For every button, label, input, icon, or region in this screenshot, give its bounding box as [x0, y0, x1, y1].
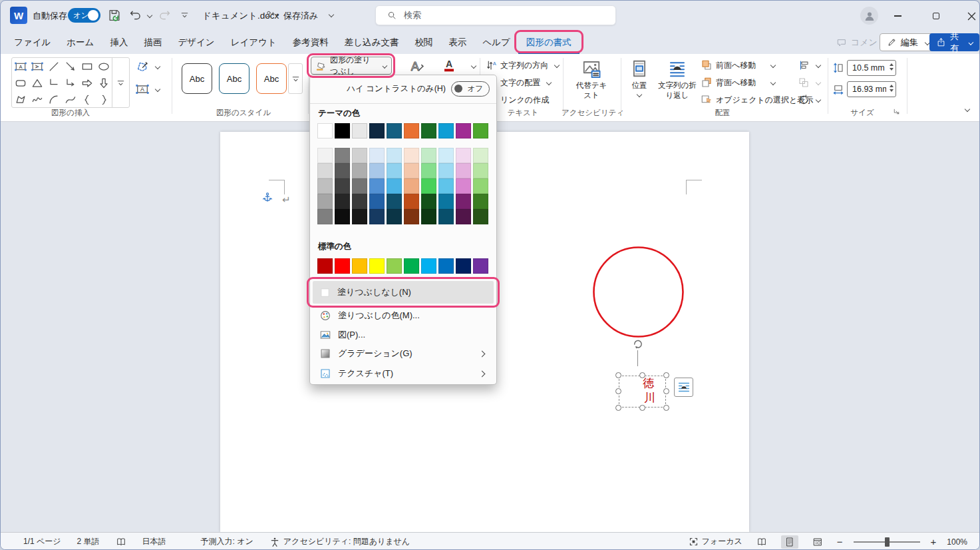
undo-chevron-icon[interactable]	[147, 13, 152, 18]
shape-style-preset-1[interactable]: Abc	[182, 63, 212, 94]
red-circle-shape[interactable]	[591, 245, 685, 339]
elbow-arrow-connector-icon[interactable]	[63, 75, 79, 91]
color-swatch[interactable]	[473, 209, 488, 224]
color-swatch[interactable]	[317, 163, 333, 178]
maximize-button[interactable]	[926, 9, 946, 23]
color-swatch[interactable]	[438, 178, 454, 194]
color-swatch[interactable]	[473, 163, 488, 178]
selection-pane-button[interactable]: オブジェクトの選択と表示	[701, 94, 813, 106]
freeform-icon[interactable]	[13, 92, 29, 108]
color-swatch[interactable]	[335, 123, 350, 138]
color-swatch[interactable]	[421, 258, 436, 274]
textbox-horizontal-icon[interactable]: A	[13, 59, 29, 75]
color-swatch[interactable]	[317, 123, 333, 138]
saved-status[interactable]: 保存済み	[283, 10, 318, 22]
draw-textbox-button[interactable]: A	[135, 82, 160, 97]
textbox-vertical-icon[interactable]: A	[29, 59, 45, 75]
color-swatch[interactable]	[421, 209, 436, 224]
scribble-icon[interactable]	[29, 92, 45, 108]
save-icon[interactable]	[107, 8, 122, 23]
color-swatch[interactable]	[473, 258, 488, 274]
tab-ファイル[interactable]: ファイル	[6, 31, 59, 54]
activity-people-icon[interactable]	[264, 9, 275, 20]
accessibility-status[interactable]: アクセシビリティ: 問題ありません	[269, 536, 410, 547]
height-spinner[interactable]	[890, 63, 894, 71]
color-swatch[interactable]	[404, 258, 419, 274]
color-swatch[interactable]	[369, 148, 385, 163]
color-swatch[interactable]	[335, 258, 350, 274]
color-swatch[interactable]	[352, 123, 367, 138]
print-layout-button[interactable]	[781, 535, 798, 549]
arrow-line-icon[interactable]	[63, 59, 79, 75]
zoom-out-button[interactable]: −	[837, 536, 843, 547]
color-swatch[interactable]	[369, 258, 385, 274]
color-swatch[interactable]	[387, 123, 402, 138]
color-swatch[interactable]	[317, 209, 333, 224]
elbow-connector-icon[interactable]	[46, 75, 62, 91]
focus-mode-button[interactable]: フォーカス	[689, 536, 742, 547]
tab-挿入[interactable]: 挿入	[102, 31, 136, 54]
bring-forward-button[interactable]: 前面へ移動	[701, 59, 775, 71]
color-swatch[interactable]	[473, 148, 488, 163]
color-swatch[interactable]	[404, 148, 419, 163]
color-swatch[interactable]	[438, 209, 454, 224]
textbox-selection[interactable]: 徳 川	[619, 376, 666, 408]
resize-handle-s[interactable]	[639, 405, 645, 411]
color-swatch[interactable]	[352, 258, 367, 274]
layout-options-button[interactable]	[674, 378, 693, 397]
color-swatch[interactable]	[456, 123, 471, 138]
menu-item-picture-fill[interactable]: 図(P)...	[313, 326, 494, 344]
color-swatch[interactable]	[317, 148, 333, 163]
color-swatch[interactable]	[352, 163, 367, 178]
tab-レイアウト[interactable]: レイアウト	[223, 31, 285, 54]
line-icon[interactable]	[46, 59, 62, 75]
tab-表示[interactable]: 表示	[440, 31, 474, 54]
color-swatch[interactable]	[317, 258, 333, 274]
rounded-rectangle-icon[interactable]	[13, 75, 29, 91]
word-count[interactable]: 2 単語	[77, 536, 100, 547]
color-swatch[interactable]	[387, 258, 402, 274]
right-brace-icon[interactable]	[96, 92, 112, 108]
color-swatch[interactable]	[473, 194, 488, 209]
search-input[interactable]: 検索	[375, 5, 616, 25]
arc-icon[interactable]	[46, 92, 62, 108]
color-swatch[interactable]	[369, 163, 385, 178]
close-button[interactable]	[961, 9, 980, 23]
zoom-slider-thumb[interactable]	[885, 537, 890, 547]
text-fill-chevron-icon[interactable]	[471, 63, 476, 69]
word-logo-icon[interactable]: W	[10, 7, 27, 24]
resize-handle-e[interactable]	[663, 388, 669, 394]
text-fill-icon[interactable]: A	[441, 57, 457, 73]
size-dialog-launcher-icon[interactable]	[892, 107, 901, 116]
color-swatch[interactable]	[335, 148, 350, 163]
avatar[interactable]	[860, 7, 878, 25]
editing-mode-button[interactable]: 編集	[880, 33, 937, 51]
color-swatch[interactable]	[335, 163, 350, 178]
color-swatch[interactable]	[335, 194, 350, 209]
position-button[interactable]: 位置	[625, 59, 654, 97]
undo-icon[interactable]	[128, 8, 142, 22]
tab-ヘルプ[interactable]: ヘルプ	[474, 31, 518, 54]
color-swatch[interactable]	[456, 163, 471, 178]
page-indicator[interactable]: 1/1 ページ	[23, 536, 61, 547]
color-swatch[interactable]	[352, 178, 367, 194]
color-swatch[interactable]	[404, 178, 419, 194]
color-swatch[interactable]	[352, 194, 367, 209]
color-swatch[interactable]	[404, 194, 419, 209]
resize-handle-ne[interactable]	[663, 372, 669, 378]
color-swatch[interactable]	[335, 178, 350, 194]
color-swatch[interactable]	[404, 163, 419, 178]
color-swatch[interactable]	[387, 148, 402, 163]
edit-shape-button[interactable]	[135, 59, 160, 74]
color-swatch[interactable]	[421, 148, 436, 163]
color-swatch[interactable]	[456, 258, 471, 274]
language-indicator[interactable]: 日本語	[142, 536, 166, 547]
resize-handle-sw[interactable]	[615, 405, 621, 411]
oval-icon[interactable]	[96, 59, 112, 75]
tab-図形の書式[interactable]: 図形の書式	[518, 31, 579, 54]
text-direction-button[interactable]: A 文字列の方向	[485, 59, 559, 71]
alt-text-button[interactable]: 代替テキスト	[572, 59, 611, 101]
color-swatch[interactable]	[404, 209, 419, 224]
color-swatch[interactable]	[421, 194, 436, 209]
color-swatch[interactable]	[387, 209, 402, 224]
